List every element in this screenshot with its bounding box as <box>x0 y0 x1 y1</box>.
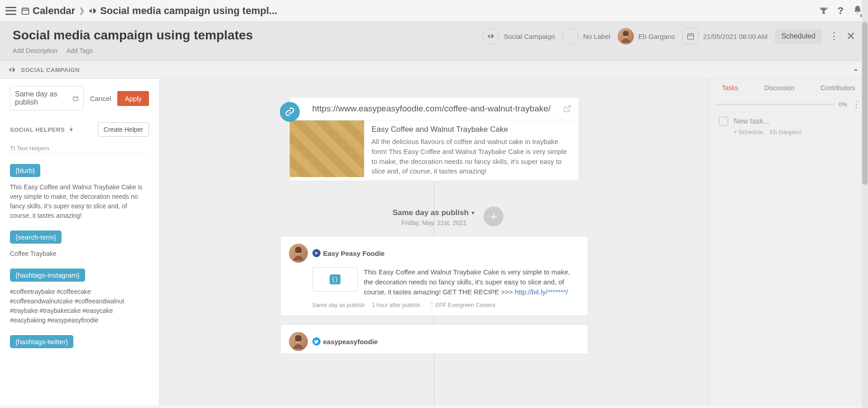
new-task-label: New task... <box>734 117 769 125</box>
link-icon-circle <box>280 102 300 122</box>
url-preview: Easy Coffee and Walnut Traybake Cake All… <box>290 120 579 181</box>
task-sub: + Schedule. Eb Gargano <box>709 129 868 135</box>
create-helper-button[interactable]: Create Helper <box>98 122 149 137</box>
helper-tag[interactable]: {search-term} <box>10 230 62 244</box>
breadcrumb-current-label: Social media campaign using templ... <box>100 5 277 17</box>
post-thumb: { } <box>312 267 358 292</box>
helper-text: This Easy Coffee and Walnut Traybake Cak… <box>10 182 149 221</box>
datetime-picker[interactable]: 21/05/2021 08:00 AM <box>682 28 768 44</box>
add-description-link[interactable]: Add Description <box>13 47 58 54</box>
url-preview-desc: All the delicious flavours of coffee and… <box>372 137 571 176</box>
helper-text: Coffee Traybake <box>10 249 149 259</box>
more-menu-icon[interactable]: ⋮ <box>852 99 861 110</box>
section-bar: SOCIAL CAMPAIGN <box>0 61 868 79</box>
task-owner[interactable]: Eb Gargano <box>770 129 801 135</box>
timeline-label: Same day as publish ▼ Friday, May. 21st,… <box>168 208 700 227</box>
timeline-main-label[interactable]: Same day as publish ▼ <box>393 208 475 217</box>
tab-tasks[interactable]: Tasks <box>722 84 739 91</box>
task-checkbox[interactable] <box>719 117 728 126</box>
page-title: Social media campaign using templates <box>13 28 253 43</box>
post-card-twitter[interactable]: easypeasyfoodie <box>280 324 588 354</box>
breadcrumb-root-label: Calendar <box>33 5 75 17</box>
cancel-button[interactable]: Cancel <box>90 95 111 102</box>
hamburger-menu[interactable] <box>5 7 16 15</box>
trophy-icon[interactable] <box>819 6 829 16</box>
avatar <box>289 332 308 351</box>
avatar <box>289 244 308 263</box>
url-preview-title: Easy Coffee and Walnut Traybake Cake <box>372 125 571 134</box>
section-title: SOCIAL CAMPAIGN <box>21 67 80 73</box>
svg-rect-3 <box>73 96 78 101</box>
helpers-title: SOCIAL HELPERS <box>10 126 65 133</box>
campaign-type[interactable]: Social Campaign <box>483 28 555 44</box>
post-meta-mid: 1 hour after publish <box>372 302 420 308</box>
post-handle: Easy Peasy Foodie <box>312 249 385 257</box>
progress-row: 0% ⋮ <box>709 96 868 110</box>
breadcrumb-current[interactable]: Social media campaign using templ... <box>88 5 277 17</box>
owner-picker[interactable]: Eb Gargano <box>618 28 675 44</box>
campaign-icon-circle <box>483 28 499 44</box>
tab-contributors[interactable]: Contributors <box>820 84 855 91</box>
avatar <box>618 28 634 44</box>
shuffle-icon <box>427 302 433 308</box>
more-menu-icon[interactable]: ⋮ <box>829 30 839 42</box>
tab-discussion[interactable]: Discussion <box>764 84 795 91</box>
campaign-type-label: Social Campaign <box>504 33 555 40</box>
calendar-square <box>682 28 699 44</box>
progress-percent: 0% <box>839 101 847 108</box>
megaphone-icon <box>487 32 495 40</box>
close-icon[interactable]: ✕ <box>846 30 855 43</box>
calendar-icon <box>686 32 695 40</box>
calendar-icon <box>72 95 79 102</box>
twitter-icon <box>312 337 321 346</box>
help-icon[interactable]: ? <box>838 5 844 17</box>
post-card-facebook[interactable]: Easy Peasy Foodie { } This Easy Coffee a… <box>280 236 588 316</box>
post-header: Easy Peasy Foodie <box>289 244 580 263</box>
helper-tag[interactable]: {hashtags-instagram} <box>10 269 85 282</box>
sidebar: Same day as publish Cancel Apply SOCIAL … <box>0 79 159 405</box>
timeline-date-label: Friday, May. 21st, 2021 <box>393 219 475 226</box>
helper-tag[interactable]: {blurb} <box>10 164 40 177</box>
topbar-right: ? <box>819 5 863 17</box>
breadcrumb: Calendar ❯ Social media campaign using t… <box>21 5 277 17</box>
url-card: https://www.easypeasyfoodie.com/coffee-a… <box>289 97 579 181</box>
helper-block-search-term: {search-term} Coffee Traybake <box>10 230 149 259</box>
canvas: https://www.easypeasyfoodie.com/coffee-a… <box>159 79 709 405</box>
url-thumbnail <box>290 120 364 177</box>
label-picker[interactable]: No Label <box>562 28 610 44</box>
helper-tag[interactable]: {hashtags-twitter} <box>10 335 73 348</box>
label-circle <box>562 28 579 44</box>
tabs: Tasks Discussion Contributors <box>709 79 868 96</box>
post-handle-label: easypeasyfoodie <box>323 338 378 346</box>
breadcrumb-root[interactable]: Calendar <box>21 5 75 17</box>
url-row: https://www.easypeasyfoodie.com/coffee-a… <box>290 97 579 120</box>
post-handle: easypeasyfoodie <box>312 337 378 346</box>
status-badge[interactable]: Scheduled <box>775 29 822 43</box>
apply-button[interactable]: Apply <box>117 91 149 106</box>
section-bar-left: SOCIAL CAMPAIGN <box>8 66 80 74</box>
topbar-left: Calendar ❯ Social media campaign using t… <box>5 5 277 17</box>
post-text: This Easy Coffee and Walnut Traybake Cak… <box>364 267 580 297</box>
owner-name: Eb Gargano <box>638 33 675 40</box>
task-schedule-link[interactable]: + Schedule. <box>734 129 765 135</box>
date-input[interactable]: Same day as publish <box>10 86 84 110</box>
post-meta-right: EPF Evergreen Content <box>436 302 496 308</box>
add-tags-link[interactable]: Add Tags <box>67 47 93 54</box>
helper-text: #coffeetraybake #coffeecake #coffeeandwa… <box>10 287 149 325</box>
svg-rect-0 <box>22 8 29 14</box>
breadcrumb-sep: ❯ <box>79 6 85 15</box>
post-body: { } This Easy Coffee and Walnut Traybake… <box>312 267 580 297</box>
megaphone-icon <box>8 66 16 74</box>
topbar: Calendar ❯ Social media campaign using t… <box>0 0 868 22</box>
scrollbar-thumb[interactable] <box>862 22 868 185</box>
notifications-button[interactable] <box>853 5 863 17</box>
add-post-button[interactable]: + <box>484 206 504 226</box>
calendar-icon <box>21 6 30 15</box>
chevron-up-icon[interactable] <box>852 66 860 74</box>
external-link-icon[interactable] <box>563 105 571 113</box>
post-shortlink[interactable]: http://bit.ly/*******/ <box>515 288 568 296</box>
label-value: No Label <box>583 33 610 40</box>
url-text[interactable]: https://www.easypeasyfoodie.com/coffee-a… <box>312 104 559 114</box>
scrollbar-track[interactable] <box>862 0 868 408</box>
post-header: easypeasyfoodie <box>289 332 580 351</box>
